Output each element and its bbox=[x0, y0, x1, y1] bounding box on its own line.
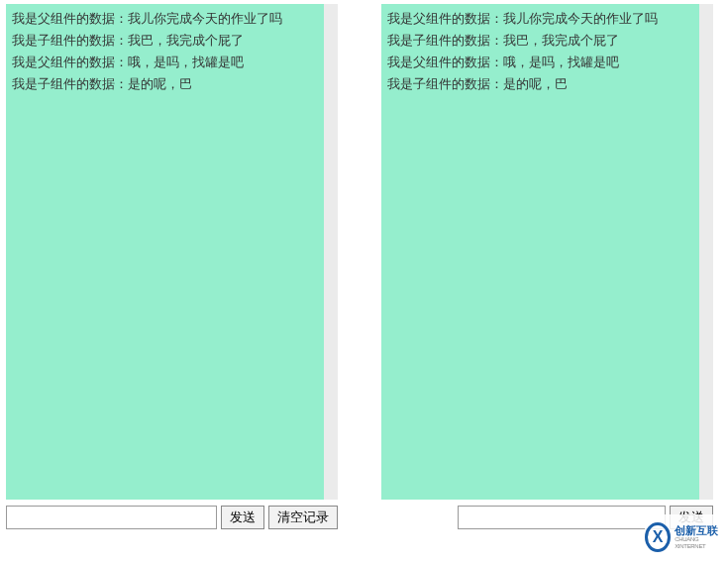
message-line: 我是父组件的数据：哦，是吗，找罐是吧 bbox=[387, 52, 693, 73]
left-send-button[interactable]: 发送 bbox=[221, 506, 264, 529]
watermark-text: 创新互联 CHUANG XINTERNET bbox=[675, 524, 722, 549]
left-toolbar: 发送 清空记录 bbox=[6, 506, 338, 529]
message-line: 我是父组件的数据：我儿你完成今天的作业了吗 bbox=[12, 8, 318, 30]
right-panel: 我是父组件的数据：我儿你完成今天的作业了吗 我是子组件的数据：我巴，我完成个屁了… bbox=[381, 4, 713, 529]
watermark-logo-icon: X bbox=[645, 522, 671, 552]
left-message-input[interactable] bbox=[6, 506, 217, 529]
watermark-cn: 创新互联 bbox=[675, 524, 722, 536]
message-line: 我是父组件的数据：哦，是吗，找罐是吧 bbox=[12, 52, 318, 73]
message-line: 我是子组件的数据：是的呢，巴 bbox=[12, 73, 318, 95]
left-message-area: 我是父组件的数据：我儿你完成今天的作业了吗 我是子组件的数据：我巴，我完成个屁了… bbox=[6, 4, 338, 500]
right-message-input[interactable] bbox=[458, 506, 666, 529]
left-clear-button[interactable]: 清空记录 bbox=[268, 506, 338, 529]
message-line: 我是子组件的数据：是的呢，巴 bbox=[387, 73, 693, 95]
message-line: 我是子组件的数据：我巴，我完成个屁了 bbox=[387, 30, 693, 52]
watermark: X 创新互联 CHUANG XINTERNET bbox=[645, 514, 722, 560]
right-message-area: 我是父组件的数据：我儿你完成今天的作业了吗 我是子组件的数据：我巴，我完成个屁了… bbox=[381, 4, 713, 500]
left-panel: 我是父组件的数据：我儿你完成今天的作业了吗 我是子组件的数据：我巴，我完成个屁了… bbox=[6, 4, 338, 529]
message-line: 我是父组件的数据：我儿你完成今天的作业了吗 bbox=[387, 8, 693, 30]
watermark-en: CHUANG XINTERNET bbox=[675, 536, 722, 549]
message-line: 我是子组件的数据：我巴，我完成个屁了 bbox=[12, 30, 318, 52]
